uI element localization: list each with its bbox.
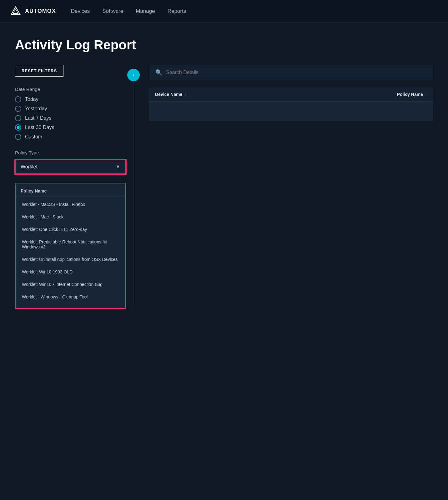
policy-type-dropdown[interactable]: Worklet ▼ bbox=[15, 160, 126, 174]
radio-circle-today bbox=[15, 96, 21, 102]
collapse-panel-button[interactable]: ‹ bbox=[127, 69, 140, 81]
nav-link-reports[interactable]: Reports bbox=[168, 7, 186, 16]
radio-label-last7days: Last 7 Days bbox=[25, 115, 51, 121]
radio-circle-last7days bbox=[15, 115, 21, 121]
policy-type-value: Worklet bbox=[21, 164, 38, 170]
brand-logo-icon bbox=[10, 6, 21, 17]
reset-filters-button[interactable]: RESET FILTERS bbox=[15, 65, 63, 77]
policy-list-item-2[interactable]: Worklet: One Click IE11 Zero-day bbox=[16, 223, 125, 236]
sort-policy-icon: ↕ bbox=[425, 92, 427, 97]
radio-last30days[interactable]: Last 30 Days bbox=[15, 124, 126, 131]
policy-list-item-0[interactable]: Worklet - MacOS - Install Firefox bbox=[16, 198, 125, 211]
col-policy-name[interactable]: Policy Name ↕ bbox=[291, 92, 427, 97]
policy-list-item-4[interactable]: Worklet: Uninstall Applications from OSX… bbox=[16, 253, 125, 266]
brand-name: AUTOMOX bbox=[25, 8, 56, 14]
radio-label-today: Today bbox=[25, 97, 38, 102]
search-bar: 🔍 bbox=[149, 65, 433, 80]
page-content: Activity Log Report RESET FILTERS Date R… bbox=[0, 22, 448, 324]
content-panel: 🔍 Device Name ↕ Policy Name ↕ bbox=[134, 65, 433, 309]
table-header: Device Name ↕ Policy Name ↕ bbox=[149, 88, 433, 102]
nav-links: Devices Software Manage Reports bbox=[71, 7, 186, 16]
date-range-label: Date Range bbox=[15, 87, 126, 92]
page-title: Activity Log Report bbox=[15, 38, 433, 52]
navbar: AUTOMOX Devices Software Manage Reports bbox=[0, 0, 448, 22]
policy-list-item-5[interactable]: Worklet: Win10 1903 OLD bbox=[16, 266, 125, 278]
sort-device-icon: ↕ bbox=[184, 92, 186, 97]
dropdown-arrow-icon: ▼ bbox=[115, 164, 120, 170]
policy-list-item-1[interactable]: Worklet - Mac - Slack bbox=[16, 211, 125, 223]
radio-last7days[interactable]: Last 7 Days bbox=[15, 115, 126, 121]
radio-label-custom: Custom bbox=[25, 134, 42, 140]
radio-yesterday[interactable]: Yesterday bbox=[15, 106, 126, 112]
radio-circle-custom bbox=[15, 134, 21, 140]
date-range-group: Today Yesterday Last 7 Days Last 30 Days bbox=[15, 96, 126, 140]
policy-list-item-6[interactable]: Worklet: Win10 - Internet Connection Bug bbox=[16, 278, 125, 291]
nav-link-devices[interactable]: Devices bbox=[71, 7, 90, 16]
policy-type-label: Policy Type bbox=[15, 150, 126, 155]
table-row-empty bbox=[149, 102, 433, 121]
col-device-name[interactable]: Device Name ↕ bbox=[155, 92, 291, 97]
chevron-left-icon: ‹ bbox=[133, 72, 134, 78]
brand: AUTOMOX bbox=[10, 6, 56, 17]
radio-circle-yesterday bbox=[15, 106, 21, 112]
search-icon: 🔍 bbox=[155, 69, 162, 76]
policy-name-dropdown: Policy Name Worklet - MacOS - Install Fi… bbox=[15, 183, 126, 309]
radio-circle-last30days bbox=[15, 124, 21, 131]
nav-link-manage[interactable]: Manage bbox=[136, 7, 155, 16]
search-input[interactable] bbox=[166, 70, 426, 75]
radio-custom[interactable]: Custom bbox=[15, 134, 126, 140]
radio-today[interactable]: Today bbox=[15, 96, 126, 102]
radio-label-yesterday: Yesterday bbox=[25, 106, 47, 112]
main-layout: RESET FILTERS Date Range Today Yesterday… bbox=[15, 65, 433, 309]
nav-link-software[interactable]: Software bbox=[102, 7, 123, 16]
policy-list-item-3[interactable]: Worklet: Predictable Reboot Notification… bbox=[16, 236, 125, 253]
policy-list-item-7[interactable]: Worklet - Windows - Cleanup Tool bbox=[16, 291, 125, 303]
policy-type-section: Policy Type Worklet ▼ bbox=[15, 150, 126, 174]
radio-label-last30days: Last 30 Days bbox=[25, 125, 54, 130]
policy-name-header: Policy Name bbox=[16, 188, 125, 197]
filters-panel: RESET FILTERS Date Range Today Yesterday… bbox=[15, 65, 134, 309]
